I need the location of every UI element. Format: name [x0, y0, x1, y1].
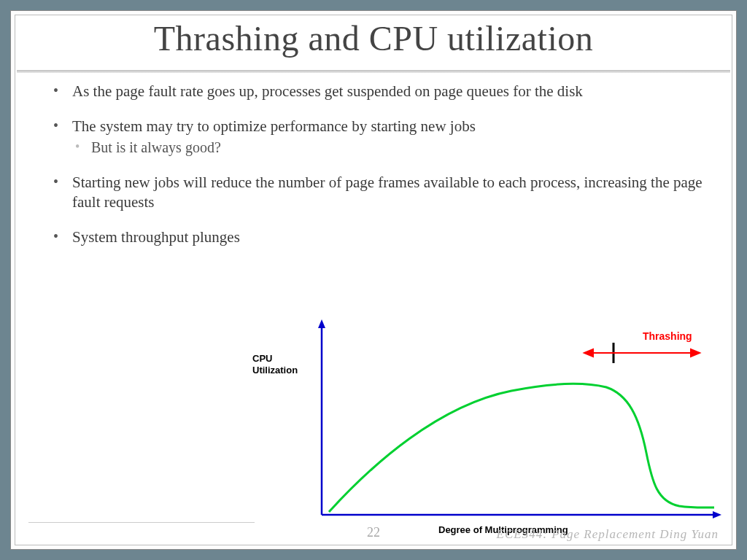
bullet-2-text: The system may try to optimize performan…: [72, 117, 476, 135]
y-axis-label-line1: CPU: [252, 353, 272, 364]
bullet-2: The system may try to optimize performan…: [50, 117, 703, 157]
course-footer: ECE344: Page Replacement Ding Yuan: [497, 527, 719, 542]
slide-title-block: Thrashing and CPU utilization: [15, 15, 732, 66]
footer-divider: [28, 522, 255, 523]
y-axis-label-line2: Utilization: [252, 365, 298, 376]
thrashing-arrow-tail-icon: [584, 349, 593, 357]
thrashing-arrow-head-icon: [691, 349, 700, 357]
slide-outer-frame: Thrashing and CPU utilization As the pag…: [10, 10, 737, 550]
y-axis-arrow-icon: [318, 319, 325, 328]
bullet-1: As the page fault rate goes up, processe…: [50, 82, 703, 101]
bullet-2-sub-1: But is it always good?: [72, 139, 703, 157]
utilization-curve: [329, 384, 714, 512]
bullet-3: Starting new jobs will reduce the number…: [50, 173, 703, 211]
thrashing-chart: Thrashing CPU Utilization Degree of Mult…: [220, 318, 723, 544]
slide-inner-frame: Thrashing and CPU utilization As the pag…: [15, 15, 732, 545]
bullet-4: System throughput plunges: [50, 228, 703, 246]
slide-content: As the page fault rate goes up, processe…: [15, 73, 732, 246]
thrashing-label: Thrashing: [643, 330, 692, 342]
x-axis-arrow-icon: [713, 511, 721, 518]
slide-title: Thrashing and CPU utilization: [30, 20, 717, 58]
